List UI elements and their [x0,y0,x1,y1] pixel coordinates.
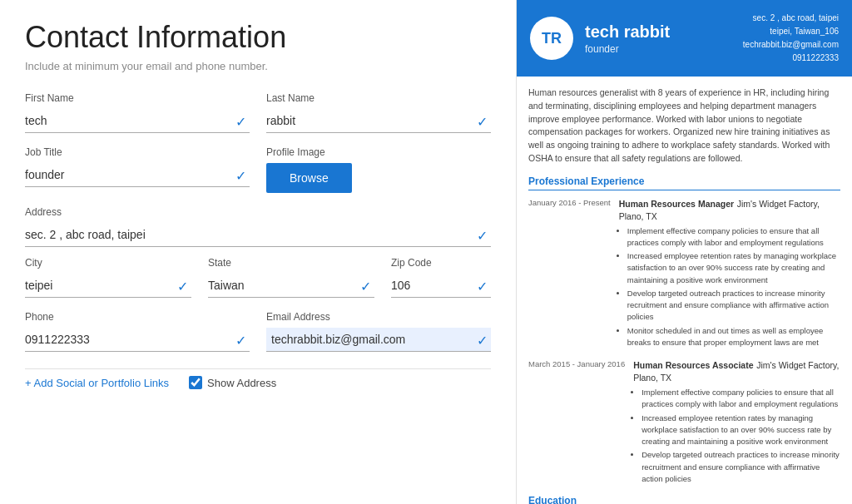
resume-title: founder [585,43,706,55]
show-address-wrap[interactable]: Show Address [189,376,276,389]
resume-header: TR tech rabbit founder sec. 2 , abc road… [517,0,852,77]
exp-role: Human Resources Associate [633,360,753,370]
experience-entry: March 2015 - January 2016 Human Resource… [528,358,840,487]
job-title-check-icon: ✓ [235,167,246,183]
resume-contact-info: sec. 2 , abc road, taipei teipei, Taiwan… [718,12,840,65]
avatar: TR [530,17,573,60]
address-check-icon: ✓ [477,227,488,243]
profile-image-label: Profile Image [266,146,491,158]
resume-body: Human resources generalist with 8 years … [517,77,852,504]
professional-experience-title: Professional Experience [528,175,840,190]
last-name-check-icon: ✓ [477,113,488,129]
job-title-label: Job Title [25,146,250,158]
resume-contact-line4: 0911222333 [718,52,840,65]
city-label: City [25,257,191,269]
first-name-label: First Name [25,92,250,104]
add-social-link[interactable]: + Add Social or Portfolio Links [25,377,169,389]
exp-bullet: Implement effective company policies to … [641,387,840,411]
exp-date: January 2016 - Present [528,197,611,351]
email-check-icon: ✓ [477,332,488,348]
page-subtitle: Include at minimum your email and phone … [25,60,491,72]
first-name-input[interactable] [25,109,250,133]
last-name-input[interactable] [266,109,491,133]
exp-detail: Human Resources Associate Jim's Widget F… [633,358,840,487]
exp-bullet: Increased employee retention rates by ma… [641,413,840,448]
show-address-checkbox[interactable] [189,376,202,389]
exp-bullets: Implement effective company policies to … [633,387,840,485]
first-name-check-icon: ✓ [235,113,246,129]
phone-check-icon: ✓ [235,332,246,348]
experience-container: January 2016 - Present Human Resources M… [528,197,840,487]
address-input[interactable] [25,223,491,247]
exp-bullet: Monitor scheduled in and out times as we… [627,325,840,349]
exp-date: March 2015 - January 2016 [528,358,625,487]
zip-input[interactable] [391,274,491,298]
browse-button[interactable]: Browse [266,163,352,193]
exp-bullet: Increased employee retention rates by ma… [627,250,840,286]
city-input[interactable] [25,274,191,298]
resume-name: tech rabbit [585,22,706,42]
email-input[interactable] [266,328,491,352]
state-check-icon: ✓ [360,278,371,294]
experience-entry: January 2016 - Present Human Resources M… [528,197,840,351]
phone-input[interactable] [25,328,250,352]
resume-summary: Human resources generalist with 8 years … [528,86,840,166]
zip-check-icon: ✓ [477,278,488,294]
education-title: Education [528,495,840,504]
state-input[interactable] [208,274,374,298]
exp-bullets: Implement effective company policies to … [619,225,840,349]
address-label: Address [25,206,491,218]
page-title: Contact Information [25,20,491,55]
exp-bullet: Develop targeted outreach practices to i… [627,288,840,324]
city-check-icon: ✓ [177,278,188,294]
zip-label: Zip Code [391,257,491,269]
exp-bullet: Develop targeted outreach practices to i… [641,449,840,485]
last-name-label: Last Name [266,92,491,104]
job-title-input[interactable] [25,163,250,187]
exp-bullet: Implement effective company policies to … [627,225,840,250]
resume-contact-line1: sec. 2 , abc road, taipei [718,12,840,25]
show-address-label: Show Address [207,377,276,389]
email-label: Email Address [266,311,491,323]
phone-label: Phone [25,311,250,323]
state-label: State [208,257,374,269]
resume-contact-line3: techrabbit.biz@gmail.com [718,38,840,52]
exp-role: Human Resources Manager [619,199,734,209]
resume-contact-line2: teipei, Taiwan_106 [718,25,840,38]
exp-detail: Human Resources Manager Jim's Widget Fac… [619,197,840,351]
